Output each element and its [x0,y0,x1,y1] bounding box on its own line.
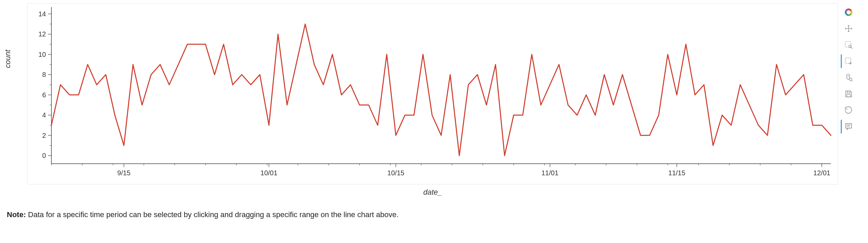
y-tick-label: 0 [42,152,46,159]
x-tick-label: 11/01 [542,169,559,177]
y-axis-label: count [3,50,12,68]
x-axis-label: date_ [27,188,838,197]
y-tick-label: 12 [38,30,46,38]
svg-rect-56 [847,94,851,97]
y-tick-label: 2 [42,132,46,139]
x-tick-label: 10/15 [387,169,404,177]
bokeh-logo-icon[interactable] [841,5,855,19]
svg-point-51 [849,45,852,48]
box-select-icon[interactable] [841,54,855,68]
save-icon[interactable] [841,87,855,101]
hover-icon[interactable] [841,120,855,133]
y-tick-label: 6 [42,91,46,99]
y-tick-label: 4 [42,111,46,119]
x-tick-label: 11/15 [668,169,685,177]
svg-rect-50 [845,42,851,47]
x-tick-label: 9/15 [117,169,131,177]
y-tick-label: 8 [42,71,46,78]
box-zoom-icon[interactable] [841,38,855,52]
x-tick-label: 10/01 [260,169,277,177]
svg-point-54 [849,78,852,81]
series-line [51,24,831,156]
y-tick-label: 14 [38,10,46,18]
pan-icon[interactable] [841,22,855,35]
svg-rect-55 [847,91,850,93]
svg-point-49 [848,11,850,13]
note-text: Note: Data for a specific time period ca… [0,210,868,219]
x-tick-label: 12/01 [813,169,830,177]
svg-rect-52 [845,58,851,63]
line-chart[interactable]: 024681012149/1510/0110/1511/0111/1512/01 [27,3,838,184]
wheel-zoom-icon[interactable] [841,71,855,84]
chart-toolbar [841,3,855,133]
y-tick-label: 10 [38,51,46,58]
reset-icon[interactable] [841,103,855,117]
